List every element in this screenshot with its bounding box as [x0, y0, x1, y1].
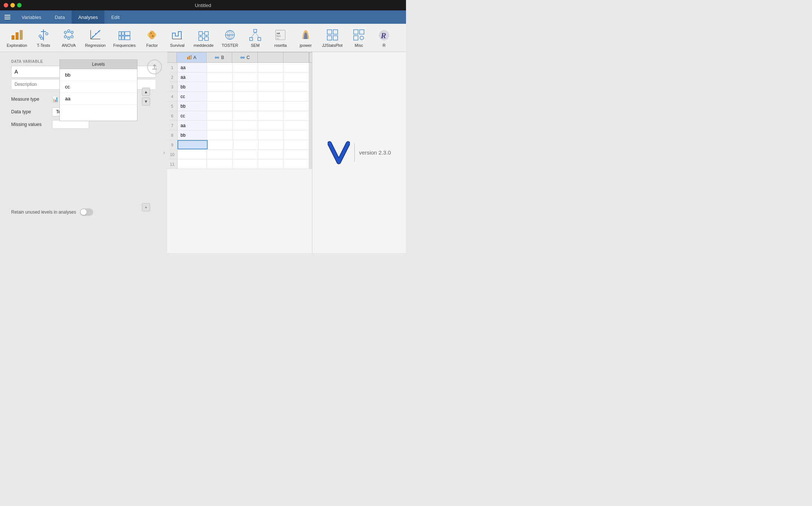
plus-icon[interactable]: +	[142, 203, 150, 211]
toolbar-r[interactable]: R R	[372, 26, 396, 50]
cell-C-7[interactable]	[233, 121, 258, 130]
cell-D-5[interactable]	[258, 101, 284, 111]
cell-E-8[interactable]	[283, 130, 309, 140]
cell-B-4[interactable]	[207, 92, 233, 101]
missing-values-input[interactable]	[52, 120, 89, 129]
tab-data[interactable]: Data	[48, 10, 71, 24]
cell-E-2[interactable]	[283, 72, 309, 82]
cell-C-9[interactable]	[233, 140, 259, 149]
cell-C-6[interactable]	[233, 111, 258, 120]
toolbar-frequencies[interactable]: Frequencies	[110, 26, 139, 50]
cell-D-9[interactable]	[259, 140, 284, 149]
cell-D-2[interactable]	[258, 72, 284, 82]
cell-C-1[interactable]	[233, 63, 258, 72]
level-up-button[interactable]: ▲	[142, 88, 150, 96]
add-level-button[interactable]: +	[142, 203, 150, 211]
cell-D-10[interactable]	[258, 150, 284, 159]
toolbar-jpower[interactable]: jpower	[294, 26, 318, 50]
toolbar-misc[interactable]: Misc	[347, 26, 371, 50]
cell-B-5[interactable]	[207, 101, 233, 111]
cell-B-1[interactable]	[207, 63, 233, 72]
cell-B-2[interactable]	[207, 72, 233, 82]
cell-C-2[interactable]	[233, 72, 258, 82]
cell-A-1[interactable]: aa	[178, 63, 207, 72]
cell-C-10[interactable]	[233, 150, 258, 159]
cell-E-6[interactable]	[283, 111, 309, 120]
cell-E-3[interactable]	[283, 82, 309, 91]
cell-B-10[interactable]	[207, 150, 233, 159]
col-header-B[interactable]: B	[207, 52, 232, 62]
cell-E-4[interactable]	[283, 92, 309, 101]
cell-A-11[interactable]	[178, 159, 207, 169]
cell-A-10[interactable]	[178, 150, 207, 159]
toolbar-rosetta[interactable]: AB ΒΩΣ αβγ rosetta	[269, 26, 292, 50]
retain-unused-toggle[interactable]	[80, 208, 93, 216]
svg-rect-52	[250, 38, 253, 40]
cell-D-6[interactable]	[258, 111, 284, 120]
cell-E-10[interactable]	[283, 150, 309, 159]
col-header-A[interactable]: A	[177, 52, 207, 62]
levels-header: Levels	[59, 59, 137, 69]
cell-A-4[interactable]: cc	[178, 92, 207, 101]
cell-D-8[interactable]	[258, 130, 284, 140]
level-item-bb[interactable]: bb	[60, 69, 137, 81]
toolbar-sem-label: SEM	[251, 43, 260, 48]
cell-D-1[interactable]	[258, 63, 284, 72]
close-button[interactable]	[4, 3, 8, 7]
cell-A-2[interactable]: aa	[178, 72, 207, 82]
col-header-C[interactable]: C	[232, 52, 258, 62]
toolbar-toster[interactable]: ⚙ TOSTER	[218, 26, 242, 50]
cell-C-5[interactable]	[233, 101, 258, 111]
cell-D-3[interactable]	[258, 82, 284, 91]
toolbar-factor[interactable]: A B Factor	[140, 26, 164, 50]
right-arrow-button[interactable]: ›	[163, 149, 165, 156]
cell-A-7[interactable]: aa	[178, 121, 207, 130]
cell-C-4[interactable]	[233, 92, 258, 101]
tab-analyses[interactable]: Analyses	[72, 10, 105, 24]
toolbar-meddecide[interactable]: meddecide	[191, 26, 217, 50]
level-item-aa[interactable]: aa	[60, 93, 137, 105]
cell-D-4[interactable]	[258, 92, 284, 101]
svg-text:A: A	[150, 32, 152, 35]
toolbar-anova[interactable]: ANOVA	[57, 26, 81, 50]
cell-E-7[interactable]	[283, 121, 309, 130]
cell-D-11[interactable]	[258, 159, 284, 169]
upload-button[interactable]	[147, 59, 162, 74]
cell-E-9[interactable]	[284, 140, 309, 149]
toolbar-survival[interactable]: Survival	[165, 26, 189, 50]
maximize-button[interactable]	[17, 3, 22, 7]
cell-B-7[interactable]	[207, 121, 233, 130]
col-B-label: B	[221, 55, 224, 60]
toolbar-exploration[interactable]: Exploration	[4, 26, 30, 50]
cell-A-3[interactable]: bb	[178, 82, 207, 91]
level-down-button[interactable]: ▼	[142, 97, 150, 106]
cell-A-8[interactable]: bb	[178, 130, 207, 140]
resize-handle[interactable]	[309, 52, 312, 62]
toolbar-ttests[interactable]: T-Tests	[32, 26, 55, 50]
toolbar-jpower-label: jpower	[300, 43, 312, 48]
cell-C-3[interactable]	[233, 82, 258, 91]
cell-B-9[interactable]	[208, 140, 233, 149]
level-item-cc[interactable]: cc	[60, 81, 137, 93]
toolbar-frequencies-label: Frequencies	[113, 43, 136, 48]
cell-A-6[interactable]: cc	[178, 111, 207, 120]
cell-B-8[interactable]	[207, 130, 233, 140]
cell-C-11[interactable]	[233, 159, 258, 169]
cell-A-9[interactable]	[178, 140, 208, 149]
cell-A-5[interactable]: bb	[178, 101, 207, 111]
tab-edit[interactable]: Edit	[104, 10, 126, 24]
cell-E-1[interactable]	[283, 63, 309, 72]
toolbar-jjstatsplot[interactable]: JJStatsPlot	[319, 26, 345, 50]
tab-variables[interactable]: Variables	[15, 10, 48, 24]
cell-C-8[interactable]	[233, 130, 258, 140]
cell-B-3[interactable]	[207, 82, 233, 91]
toolbar-sem[interactable]: SEM	[243, 26, 267, 50]
cell-D-7[interactable]	[258, 121, 284, 130]
minimize-button[interactable]	[10, 3, 15, 7]
cell-B-6[interactable]	[207, 111, 233, 120]
hamburger-menu[interactable]	[0, 10, 15, 24]
cell-E-5[interactable]	[283, 101, 309, 111]
cell-B-11[interactable]	[207, 159, 233, 169]
toolbar-regression[interactable]: Regression	[82, 26, 109, 50]
cell-E-11[interactable]	[283, 159, 309, 169]
